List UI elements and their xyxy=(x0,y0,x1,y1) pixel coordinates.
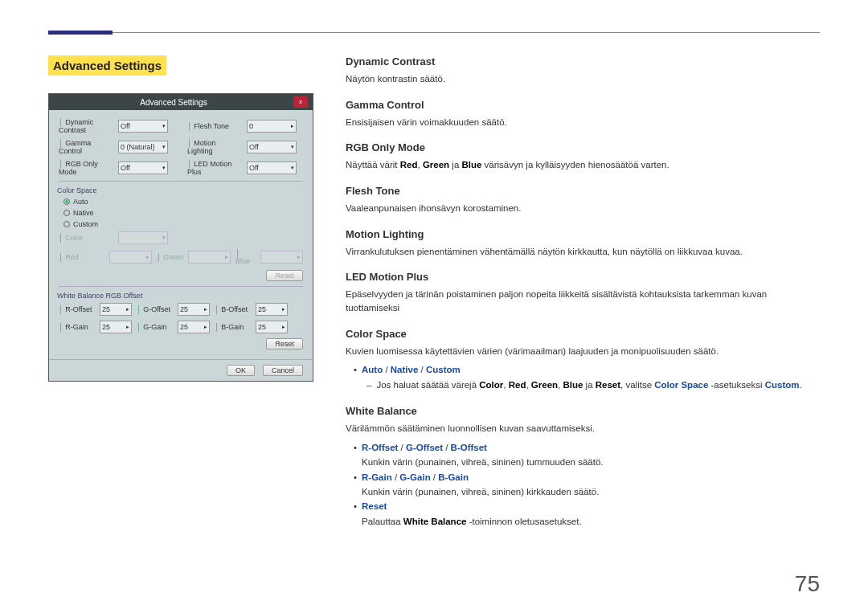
chevron-down-icon: ▾ xyxy=(291,144,294,150)
radio-dot-icon xyxy=(63,198,70,205)
chevron-right-icon: ▸ xyxy=(291,123,294,129)
lbl-red: Red xyxy=(59,253,104,261)
chevron-down-icon: ▾ xyxy=(162,165,166,171)
sel-g-offset[interactable]: 25▸ xyxy=(178,303,210,316)
lbl-motion-lighting: Motion Lighting xyxy=(187,139,242,155)
sel-motion-lighting[interactable]: Off▾ xyxy=(247,141,297,153)
sel-g-gain[interactable]: 25▸ xyxy=(178,321,210,333)
color-space-title: Color Space xyxy=(57,186,303,194)
sel-rgb-only[interactable]: Off▾ xyxy=(118,161,168,174)
row-wb-gain: R-Gain 25▸ G-Gain 25▸ B-Gain 25▸ xyxy=(59,321,303,333)
sel-dynamic-contrast[interactable]: Off▾ xyxy=(118,120,168,133)
d-flesh-tone: Vaaleanpunaisen ihonsävyn korostaminen. xyxy=(346,202,820,215)
radio-dot-icon xyxy=(63,210,70,216)
row-gamma-control: Gamma Control 0 (Natural)▾ Motion Lighti… xyxy=(59,139,303,155)
cancel-button[interactable]: Cancel xyxy=(263,365,303,376)
page-number: 75 xyxy=(795,571,820,597)
lbl-rgb-only: RGB Only Mode xyxy=(59,160,113,176)
sel-b-gain[interactable]: 25▸ xyxy=(256,321,288,333)
wb-reset-button[interactable]: Reset xyxy=(266,338,303,349)
advanced-settings-dialog: Advanced Settings x Dynamic Contrast Off… xyxy=(48,93,313,382)
color-space-sublist: Auto / Native / Custom Jos haluat säätää… xyxy=(354,362,820,392)
wb-title: White Balance RGB Offset xyxy=(57,292,303,300)
chevron-down-icon: ▾ xyxy=(162,123,166,129)
row-dynamic-contrast: Dynamic Contrast Off▾ Flesh Tone 0▸ xyxy=(59,118,303,134)
d-motion-lighting: Virrankulutuksen pienentäminen vähentämä… xyxy=(346,245,820,259)
close-icon[interactable]: x xyxy=(293,96,308,108)
h-dynamic-contrast: Dynamic Contrast xyxy=(346,55,820,67)
h-white-balance: White Balance xyxy=(346,405,820,417)
h-motion-lighting: Motion Lighting xyxy=(346,228,820,240)
sel-blue: ▸ xyxy=(260,251,303,264)
d-color-space: Kuvien luomisessa käytettävien värien (v… xyxy=(346,345,820,358)
row-wb-offset: R-Offset 25▸ G-Offset 25▸ B-Offset 25▸ xyxy=(59,303,303,316)
lbl-r-offset: R-Offset xyxy=(59,305,95,313)
d-dynamic-contrast: Näytön kontrastin säätö. xyxy=(346,72,820,86)
lbl-r-gain: R-Gain xyxy=(59,323,95,331)
sel-green: ▸ xyxy=(188,251,231,264)
row-rgb-only: RGB Only Mode Off▾ LED Motion Plus Off▾ xyxy=(59,160,303,176)
sel-r-gain[interactable]: 25▸ xyxy=(100,321,132,333)
color-space-reset-button: Reset xyxy=(266,270,303,281)
h-color-space: Color Space xyxy=(346,328,820,340)
lbl-green: Green xyxy=(157,253,183,261)
sel-color: ▾ xyxy=(118,231,168,244)
sel-red: ▸ xyxy=(109,251,152,264)
chevron-down-icon: ▾ xyxy=(162,144,166,150)
radio-auto[interactable]: Auto xyxy=(63,198,303,206)
chevron-down-icon: ▾ xyxy=(291,165,294,171)
sel-gamma-control[interactable]: 0 (Natural)▾ xyxy=(118,141,168,153)
lbl-b-offset: B-Offset xyxy=(215,305,251,313)
lbl-blue: Blue xyxy=(235,249,256,265)
h-flesh-tone: Flesh Tone xyxy=(346,185,820,197)
sel-flesh-tone[interactable]: 0▸ xyxy=(247,120,297,133)
h-rgb-only-mode: RGB Only Mode xyxy=(346,141,820,153)
dialog-titlebar: Advanced Settings x xyxy=(49,94,313,110)
radio-native[interactable]: Native xyxy=(63,209,303,217)
d-led-motion-plus: Epäselvyyden ja tärinän poistaminen palj… xyxy=(346,288,820,314)
lbl-g-offset: G-Offset xyxy=(137,305,173,313)
lbl-b-gain: B-Gain xyxy=(215,323,251,331)
radio-dot-icon xyxy=(63,221,70,227)
ok-button[interactable]: OK xyxy=(227,365,255,376)
lbl-gamma-control: Gamma Control xyxy=(59,139,113,155)
white-balance-sublist: R-Offset / G-Offset / B-Offset Kunkin vä… xyxy=(354,440,820,529)
header-rule xyxy=(48,31,113,35)
section-label: Advanced Settings xyxy=(48,55,166,76)
row-color-disabled: Color ▾ xyxy=(59,231,303,244)
h-led-motion-plus: LED Motion Plus xyxy=(346,271,820,283)
lbl-color: Color xyxy=(59,234,113,242)
dialog-title: Advanced Settings xyxy=(54,98,293,107)
lbl-dynamic-contrast: Dynamic Contrast xyxy=(59,118,113,134)
lbl-led-motion-plus: LED Motion Plus xyxy=(187,160,242,176)
sel-b-offset[interactable]: 25▸ xyxy=(256,303,288,316)
lbl-flesh-tone: Flesh Tone xyxy=(187,122,242,130)
row-rgb-disabled: Red ▸ Green ▸ Blue ▸ xyxy=(59,249,303,265)
d-gamma-control: Ensisijaisen värin voimakkuuden säätö. xyxy=(346,116,820,129)
sel-led-motion-plus[interactable]: Off▾ xyxy=(247,161,297,174)
radio-custom[interactable]: Custom xyxy=(63,220,303,228)
d-rgb-only-mode: Näyttää värit Red, Green ja Blue värisäv… xyxy=(346,158,820,172)
h-gamma-control: Gamma Control xyxy=(346,99,820,111)
sel-r-offset[interactable]: 25▸ xyxy=(100,303,132,316)
d-white-balance: Värilämmön säätäminen luonnollisen kuvan… xyxy=(346,422,820,435)
lbl-g-gain: G-Gain xyxy=(137,323,173,331)
